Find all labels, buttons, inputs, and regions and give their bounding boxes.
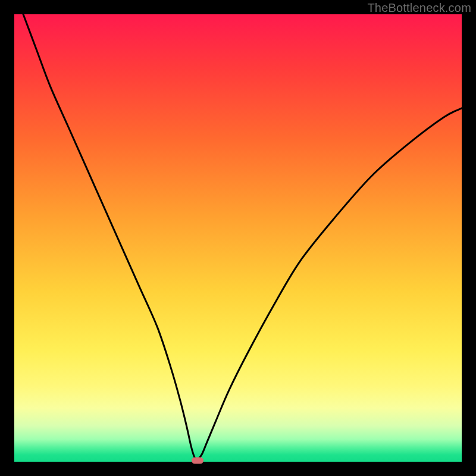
bottleneck-curve xyxy=(14,14,462,462)
chart-frame: TheBottleneck.com xyxy=(0,0,476,476)
optimal-point-marker xyxy=(192,457,203,464)
plot-area xyxy=(14,14,462,462)
watermark-text: TheBottleneck.com xyxy=(367,1,471,15)
